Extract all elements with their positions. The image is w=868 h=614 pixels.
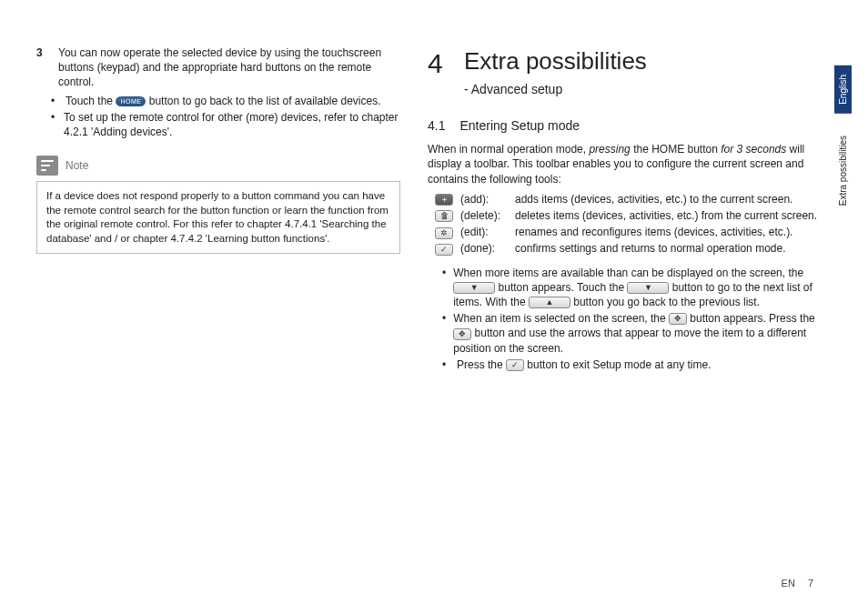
tool-row-edit: ✲ (edit): renames and reconfigures items… (435, 225, 828, 239)
edit-icon: ✲ (435, 227, 453, 239)
add-icon: ＋ (435, 194, 453, 206)
tool-label: (delete): (460, 208, 508, 223)
step-3: 3 You can now operate the selected devic… (36, 45, 400, 90)
move-icon: ✥ (453, 328, 471, 340)
tool-desc: adds items (devices, activities, etc.) t… (515, 192, 828, 206)
down-arrow-icon: ▼ (453, 282, 495, 294)
tool-label: (add): (460, 192, 508, 206)
move-icon: ✥ (669, 313, 687, 325)
left-column: 3 You can now operate the selected devic… (36, 45, 400, 587)
up-arrow-icon: ▲ (529, 297, 570, 308)
note-icon (36, 156, 58, 176)
section-header: 4.1 Entering Setup mode (428, 117, 828, 135)
tool-desc: renames and reconfigures items (devices,… (515, 225, 828, 239)
bullet-text: Touch the HOME button to go back to the … (66, 94, 381, 108)
footer-lang: EN (782, 578, 795, 589)
note-header: Note (36, 156, 400, 176)
bullet-item: • Press the ✓ button to exit Setup mode … (442, 357, 828, 372)
language-tab[interactable]: English (834, 65, 852, 114)
step-text: You can now operate the selected device … (58, 45, 400, 90)
chapter-number: 4 (428, 45, 448, 83)
bullet-item: • To set up the remote control for other… (51, 110, 400, 139)
page-footer: EN 7 (782, 578, 813, 589)
home-button-icon: HOME (116, 96, 146, 106)
tool-label: (edit): (460, 225, 508, 239)
section-tab[interactable]: Extra possibilities (834, 126, 852, 215)
bullet-item: • When more items are available than can… (442, 266, 828, 310)
bullet-text: When more items are available than can b… (453, 266, 828, 310)
tool-row-done: ✓ (done): confirms settings and returns … (435, 241, 828, 256)
done-icon: ✓ (435, 244, 453, 256)
side-tabs: English Extra possibilities (834, 65, 852, 215)
bullet-list-2: • When more items are available than can… (442, 266, 828, 372)
note-box: If a device does not respond properly to… (36, 181, 400, 254)
intro-paragraph: When in normal operation mode, pressing … (428, 142, 828, 186)
chapter-title: Extra possibilities (464, 45, 647, 77)
section-number: 4.1 (428, 117, 445, 135)
page: 3 You can now operate the selected devic… (0, 0, 868, 614)
tool-row-add: ＋ (add): adds items (devices, activities… (435, 192, 828, 206)
bullet-dot: • (442, 311, 446, 356)
bullet-text: To set up the remote control for other (… (64, 110, 400, 139)
right-column: 4 Extra possibilities - Advanced setup 4… (428, 45, 828, 587)
done-icon: ✓ (506, 359, 524, 371)
chapter-subtitle: - Advanced setup (464, 81, 828, 98)
note-label: Note (66, 158, 88, 173)
tool-row-delete: 🗑 (delete): deletes items (devices, acti… (435, 208, 828, 223)
bullet-item: • When an item is selected on the screen… (442, 311, 828, 356)
step-number: 3 (36, 45, 49, 90)
tool-label: (done): (460, 241, 508, 256)
chapter-header: 4 Extra possibilities (428, 45, 828, 83)
delete-icon: 🗑 (435, 210, 453, 222)
page-number: 7 (808, 578, 813, 589)
bullet-text: Press the ✓ button to exit Setup mode at… (457, 357, 711, 372)
tools-table: ＋ (add): adds items (devices, activities… (435, 192, 828, 257)
bullet-dot: • (442, 266, 446, 310)
down-arrow-icon: ▼ (627, 282, 669, 294)
tool-desc: confirms settings and returns to normal … (515, 241, 828, 256)
bullet-dot: • (442, 357, 449, 372)
bullet-text: When an item is selected on the screen, … (453, 311, 828, 356)
tool-desc: deletes items (devices, activities, etc.… (515, 208, 828, 223)
bullet-dot: • (51, 94, 58, 108)
bullet-item: • Touch the HOME button to go back to th… (51, 94, 400, 108)
section-title: Entering Setup mode (459, 117, 580, 135)
bullet-list: • Touch the HOME button to go back to th… (51, 94, 400, 140)
bullet-dot: • (51, 110, 56, 139)
